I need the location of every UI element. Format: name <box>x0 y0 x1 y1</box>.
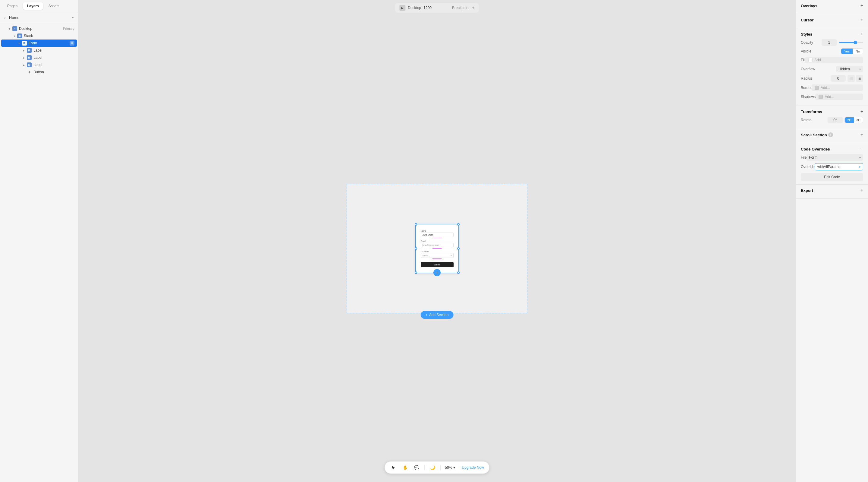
scroll-section-add-button[interactable]: + <box>861 132 863 138</box>
transforms-header: Transforms + <box>801 109 863 114</box>
shadows-add-text: Add... <box>825 95 834 99</box>
radius-individual-icon[interactable]: ⊞ <box>856 75 863 82</box>
fill-row: Fill Add... <box>801 57 863 63</box>
fill-label: Fill <box>801 58 805 62</box>
toggle-icon-button <box>22 70 26 74</box>
layer-item-desktop[interactable]: ▾ ≡ Desktop Primary <box>1 25 77 32</box>
file-chevron: ▾ <box>859 156 861 159</box>
toggle-icon-desktop: ▾ <box>7 27 11 31</box>
add-section-button[interactable]: + Add Section <box>421 311 454 319</box>
fill-add-box[interactable]: Add... <box>805 57 863 63</box>
location-underline <box>433 258 441 259</box>
scroll-section-info-icon: i <box>828 133 833 137</box>
home-chevron: ▾ <box>72 16 74 20</box>
opacity-slider-container: 1 <box>822 39 863 46</box>
scroll-section-title: Scroll Section <box>801 133 827 137</box>
layer-item-label3[interactable]: ▸ ⊞ Label <box>1 61 77 68</box>
upgrade-button[interactable]: Upgrade Now <box>462 465 484 470</box>
opacity-slider[interactable] <box>839 42 863 43</box>
submit-button[interactable]: Submit <box>421 262 454 267</box>
layer-item-stack[interactable]: ▾ ⊞ Stack <box>1 32 77 39</box>
comment-tool[interactable]: 💬 <box>413 464 420 471</box>
resize-handle-ml[interactable] <box>415 247 417 250</box>
canvas-plus[interactable]: + <box>472 5 474 10</box>
tab-layers[interactable]: Layers <box>23 2 43 10</box>
code-overrides-collapse-button[interactable]: − <box>861 146 863 152</box>
export-section: Export + <box>796 185 868 199</box>
border-add-box[interactable]: Add... <box>812 84 863 91</box>
overflow-row: Overflow Hidden ▾ <box>801 66 863 73</box>
right-panel: Overlays + Cursor + Styles + Opacity 1 V… <box>796 0 868 482</box>
resize-handle-br[interactable] <box>457 272 460 274</box>
override-chevron: ▾ <box>859 165 861 169</box>
toolbar: ✋ 💬 🌙 50% ▾ Upgrade Now <box>384 461 489 474</box>
name-input[interactable]: Jane Smith <box>421 232 454 237</box>
email-underline <box>433 248 441 249</box>
resize-handle-mr[interactable] <box>457 247 460 250</box>
resize-handle-tl[interactable] <box>415 223 417 226</box>
shadows-color-swatch <box>818 95 823 99</box>
visible-row: Visible Yes No <box>801 48 863 54</box>
overflow-chevron: ▾ <box>859 67 861 71</box>
shadows-add-box[interactable]: Add... <box>815 93 863 100</box>
select-placeholder: Select... <box>423 255 430 257</box>
export-add-button[interactable]: + <box>861 188 863 193</box>
add-child-button[interactable]: + <box>433 269 441 276</box>
layer-item-label1[interactable]: ▸ ⊞ Label <box>1 47 77 54</box>
play-icon[interactable]: ▶ <box>399 5 405 11</box>
zoom-chevron: ▾ <box>453 465 455 470</box>
toggle-icon-label3: ▸ <box>22 63 26 67</box>
location-select[interactable]: Select... ▾ <box>421 253 454 258</box>
home-row[interactable]: ⌂ Home ▾ <box>0 12 78 23</box>
edit-code-button[interactable]: Edit Code <box>801 173 863 181</box>
transforms-add-button[interactable]: + <box>861 109 863 114</box>
resize-handle-bl[interactable] <box>415 272 417 274</box>
visible-yes-button[interactable]: Yes <box>841 49 852 54</box>
styles-add-button[interactable]: + <box>861 31 863 37</box>
rotate-label: Rotate <box>801 118 811 122</box>
code-overrides-title: Code Overrides <box>801 147 830 151</box>
layer-close-form[interactable]: ✕ <box>70 41 74 46</box>
radius-uniform-icon[interactable]: ⬜ <box>847 75 855 82</box>
radius-value[interactable]: 0 <box>831 75 846 82</box>
rotate-mode-toggle: 2D 3D <box>844 117 863 123</box>
override-select[interactable]: withAllParams ▾ <box>815 163 863 170</box>
tab-pages[interactable]: Pages <box>3 2 22 10</box>
rotate-row: Rotate 0° 2D 3D <box>801 117 863 123</box>
overflow-select[interactable]: Hidden ▾ <box>836 66 863 73</box>
overlays-add-button[interactable]: + <box>861 3 863 8</box>
opacity-value[interactable]: 1 <box>822 39 837 46</box>
cursor-tool[interactable] <box>390 464 397 471</box>
layer-label-label2: Label <box>33 56 74 60</box>
layer-icon-label1: ⊞ <box>27 48 32 53</box>
rotate-value[interactable]: 0° <box>828 117 843 123</box>
overlays-header: Overlays + <box>801 3 863 8</box>
override-row: Override withAllParams ▾ <box>801 163 863 170</box>
hand-tool[interactable]: ✋ <box>401 464 409 471</box>
layer-item-button[interactable]: ✦ Button <box>1 68 77 76</box>
visible-no-button[interactable]: No <box>852 49 863 54</box>
email-input[interactable]: jane@framer.com <box>421 243 454 247</box>
toolbar-separator <box>424 465 425 470</box>
overflow-label: Overflow <box>801 67 815 71</box>
override-value: withAllParams <box>817 165 858 169</box>
zoom-control[interactable]: 50% ▾ <box>445 465 455 470</box>
styles-section: Styles + Opacity 1 Visible Yes No Fill A… <box>796 28 868 106</box>
file-select[interactable]: Form ▾ <box>807 154 863 161</box>
radius-buttons: ⬜ ⊞ <box>847 75 863 82</box>
layer-label-desktop: Desktop <box>19 27 63 31</box>
transforms-section: Transforms + Rotate 0° 2D 3D <box>796 106 868 129</box>
cursor-section: Cursor + <box>796 14 868 28</box>
resize-handle-tr[interactable] <box>457 223 460 226</box>
moon-tool[interactable]: 🌙 <box>429 464 436 471</box>
rotate-3d-button[interactable]: 3D <box>854 117 863 123</box>
rotate-2d-button[interactable]: 2D <box>845 117 854 123</box>
border-add-text: Add... <box>821 86 830 90</box>
layer-item-label2[interactable]: ▸ ⊞ Label <box>1 54 77 61</box>
zoom-value: 50% <box>445 465 452 470</box>
email-label: Email <box>421 240 454 242</box>
layer-item-form[interactable]: ▾ ⊞ Form ✕ <box>1 39 77 47</box>
cursor-add-button[interactable]: + <box>861 17 863 23</box>
tab-assets[interactable]: Assets <box>44 2 64 10</box>
export-header: Export + <box>801 188 863 193</box>
